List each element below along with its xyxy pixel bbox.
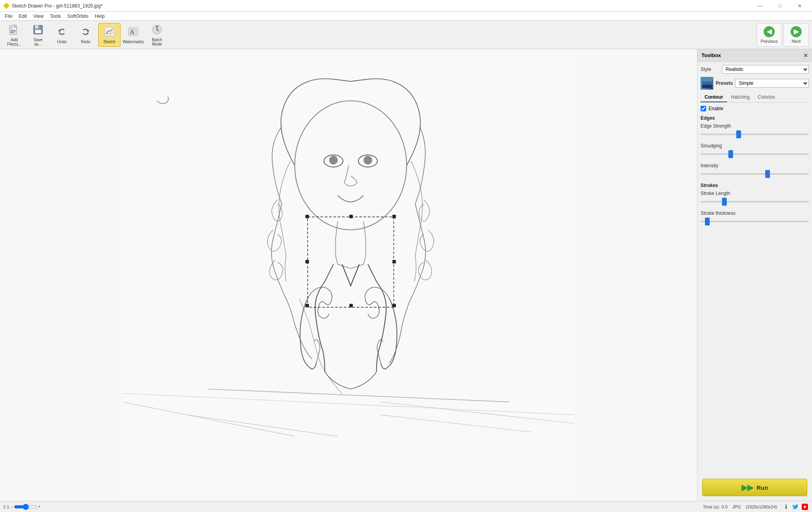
status-bar: 1:1 – + Time (s): 0.0 JPG (1920x1280x24)… — [0, 501, 812, 512]
add-files-label: Add File(s)... — [7, 38, 21, 46]
batch-mode-button[interactable]: Batch Mode — [146, 23, 168, 47]
menu-tools[interactable]: Tools — [47, 12, 64, 21]
intensity-slider-row: Intensity — [701, 163, 809, 178]
undo-label: Undo — [57, 40, 67, 44]
svg-rect-8 — [35, 30, 41, 33]
edges-section-label: Edges — [701, 115, 809, 121]
previous-label: Previous — [761, 39, 778, 44]
run-button[interactable]: ▶▶ Run — [702, 479, 807, 496]
menu-softorbits[interactable]: SoftOrbits — [64, 12, 92, 21]
svg-rect-30 — [349, 215, 353, 218]
edge-strength-track[interactable] — [701, 134, 809, 135]
stroke-length-thumb[interactable] — [722, 198, 727, 206]
svg-text:A: A — [130, 29, 134, 35]
toolbox-panel: Toolbox ✕ Style Realistic Artistic Simpl… — [697, 49, 812, 501]
zoom-minus-icon[interactable]: – — [11, 504, 13, 509]
sketch-button[interactable]: Sketch — [98, 23, 121, 47]
enable-label: Enable — [709, 106, 723, 111]
enable-checkbox[interactable] — [701, 106, 706, 111]
sketch-canvas — [0, 49, 697, 501]
stroke-thickness-label: Stroke thickness — [701, 210, 809, 216]
status-icons: ℹ — [782, 503, 809, 511]
presets-select[interactable]: Simple Advanced Detailed — [735, 79, 809, 88]
svg-rect-16 — [123, 49, 575, 501]
tab-contour[interactable]: Contour — [701, 93, 727, 102]
edge-strength-slider-row: Edge Strength — [701, 123, 809, 138]
edge-strength-thumb[interactable] — [736, 130, 741, 138]
zoom-ratio: 1:1 — [3, 504, 9, 509]
zoom-slider[interactable] — [14, 504, 38, 510]
zoom-control-area: 1:1 – + — [3, 504, 41, 510]
canvas-area[interactable] — [0, 49, 697, 501]
edge-strength-slider-container — [701, 130, 809, 138]
sketch-label: Sketch — [103, 40, 116, 44]
time-status: Time (s): 0.0 — [703, 504, 728, 509]
svg-rect-31 — [393, 215, 396, 218]
close-button[interactable]: ✕ — [791, 0, 809, 12]
youtube-icon[interactable] — [801, 503, 809, 511]
add-files-icon — [8, 23, 21, 36]
save-as-icon — [32, 23, 44, 36]
menu-view[interactable]: View — [30, 12, 47, 21]
enable-row: Enable — [701, 106, 809, 111]
toolbox-header: Toolbox ✕ — [697, 49, 812, 62]
previous-button[interactable]: ◀ Previous — [756, 23, 782, 47]
svg-rect-4 — [11, 32, 14, 33]
smudging-thumb[interactable] — [728, 150, 733, 158]
strokes-section: Strokes Stroke Length Stroke thickness — [701, 183, 809, 225]
style-select[interactable]: Realistic Artistic Simple — [722, 65, 809, 74]
minimize-button[interactable]: — — [751, 0, 769, 12]
svg-rect-36 — [393, 304, 396, 308]
stroke-thickness-track[interactable] — [701, 221, 809, 222]
next-button[interactable]: ▶ Next — [783, 23, 809, 47]
toolbar: Add File(s)... Save as... Undo Redo Sket… — [0, 21, 812, 49]
twitter-icon[interactable] — [791, 503, 799, 511]
menu-edit[interactable]: Edit — [15, 12, 30, 21]
menu-bar: File Edit View Tools SoftOrbits Help — [0, 12, 812, 21]
tab-colorize[interactable]: Colorize — [754, 93, 779, 102]
stroke-length-slider-row: Stroke Length — [701, 191, 809, 206]
menu-file[interactable]: File — [2, 12, 15, 21]
watermarks-label: Watermarks — [123, 40, 144, 44]
dimensions-status: (1920x1280x24) — [745, 504, 777, 509]
svg-rect-34 — [305, 304, 309, 308]
svg-rect-35 — [349, 304, 353, 308]
window-title: Sketch Drawer Pro - girl-511883_1920.jpg… — [12, 3, 751, 9]
svg-point-24 — [364, 156, 372, 164]
stroke-thickness-thumb[interactable] — [705, 218, 710, 225]
zoom-plus-icon[interactable]: + — [38, 504, 41, 509]
batch-mode-icon — [151, 23, 163, 36]
strokes-section-label: Strokes — [701, 183, 809, 188]
presets-row: Presets Simple Advanced Detailed — [701, 77, 809, 90]
next-label: Next — [792, 39, 801, 44]
svg-marker-9 — [58, 30, 61, 32]
save-as-label: Save as... — [34, 38, 43, 46]
next-icon: ▶ — [791, 26, 802, 37]
intensity-thumb[interactable] — [765, 170, 770, 178]
watermarks-button[interactable]: A Watermarks — [122, 23, 144, 47]
window-controls[interactable]: — □ ✕ — [751, 0, 809, 12]
format-status: JPG — [732, 504, 741, 509]
save-as-button[interactable]: Save as... — [27, 23, 49, 47]
stroke-length-track[interactable] — [701, 201, 809, 203]
svg-rect-37 — [702, 78, 712, 82]
undo-button[interactable]: Undo — [51, 23, 73, 47]
redo-button[interactable]: Redo — [75, 23, 97, 47]
main-layout: Toolbox ✕ Style Realistic Artistic Simpl… — [0, 49, 812, 501]
format-value: JPG — [732, 504, 741, 509]
dimensions-value: (1920x1280x24) — [745, 504, 777, 509]
svg-rect-39 — [702, 85, 712, 88]
info-icon[interactable]: ℹ — [782, 503, 790, 511]
smudging-slider-row: Smudging — [701, 143, 809, 158]
sketch-icon — [103, 25, 116, 38]
intensity-track[interactable] — [701, 173, 809, 175]
intensity-slider-container — [701, 170, 809, 178]
toolbox-close-icon[interactable]: ✕ — [803, 52, 808, 59]
tab-hatching[interactable]: Hatching — [727, 93, 754, 102]
smudging-track[interactable] — [701, 153, 809, 155]
zoom-slider-container: – + — [11, 504, 40, 510]
maximize-button[interactable]: □ — [771, 0, 789, 12]
add-files-button[interactable]: Add File(s)... — [3, 23, 25, 47]
style-row: Style Realistic Artistic Simple — [701, 65, 809, 74]
menu-help[interactable]: Help — [92, 12, 108, 21]
